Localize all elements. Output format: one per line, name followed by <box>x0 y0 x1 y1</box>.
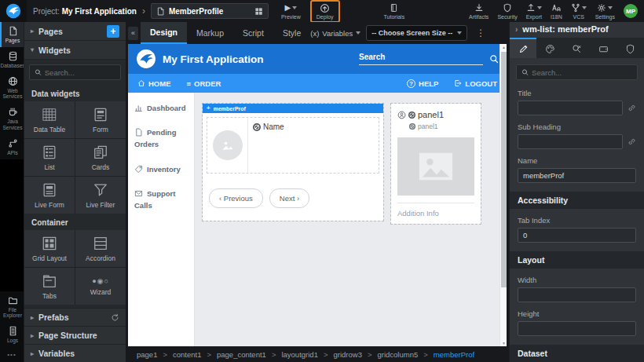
widget-tile-tabs[interactable]: Tabs <box>24 268 75 305</box>
rail-item-java-services[interactable]: Java Services <box>0 103 24 134</box>
breadcrumb-item[interactable]: gridrow3 <box>318 350 362 359</box>
prefabs-section-header[interactable]: ▸ Prefabs <box>24 308 126 326</box>
properties-search[interactable] <box>516 64 638 80</box>
rail-item-web-services[interactable]: Web Services <box>0 72 24 104</box>
image-placeholder[interactable] <box>213 130 243 160</box>
widget-tile-live-filter[interactable]: Live Filter <box>75 177 126 214</box>
list-item-template[interactable]: Name <box>207 117 379 174</box>
tab-design[interactable]: Design <box>141 22 187 44</box>
tabindex-input[interactable] <box>518 228 636 243</box>
collapse-left-panel-button[interactable]: « <box>128 27 138 40</box>
section-accessibility[interactable]: Accessibility <box>510 192 644 209</box>
settings-button[interactable]: Settings <box>595 3 615 20</box>
app-search-input[interactable]: Search <box>359 53 483 65</box>
panel-widget-panel1[interactable]: panel1 panel1 Addition Info <box>391 104 481 224</box>
design-canvas[interactable]: My First Application Search HOME ≡ ORDER… <box>128 44 507 346</box>
widget-search[interactable] <box>29 64 121 80</box>
widget-search-input[interactable] <box>45 68 115 77</box>
nav-logout[interactable]: LOGOUT <box>454 79 497 88</box>
widget-tile-wizard[interactable]: ●◉○ Wizard <box>75 268 126 305</box>
widgets-section-header[interactable]: ▾ Widgets <box>24 41 126 60</box>
list-item-name[interactable]: Name <box>248 118 379 173</box>
nav-home[interactable]: HOME <box>137 79 171 88</box>
section-dataset[interactable]: Dataset <box>510 345 644 362</box>
canvas-scrollbar[interactable]: ▲ ▼ <box>499 44 507 346</box>
tab-events[interactable] <box>563 38 590 58</box>
breadcrumb-item[interactable]: content1 <box>157 350 201 359</box>
tab-security[interactable] <box>617 38 644 58</box>
rail-item-logs[interactable]: Logs <box>0 322 24 347</box>
rail-item-apis[interactable]: APIs <box>0 134 24 159</box>
tab-markup[interactable]: Markup <box>187 22 233 44</box>
title-input[interactable] <box>518 101 623 115</box>
breadcrumb-item[interactable]: page1 <box>137 350 157 359</box>
grid-icon[interactable] <box>254 7 263 16</box>
height-input[interactable] <box>518 321 636 336</box>
subheading-input[interactable] <box>518 134 623 149</box>
page-selector[interactable]: MemberProfile <box>151 3 269 19</box>
tutorials-button[interactable]: Tutorials <box>384 3 405 20</box>
search-icon[interactable] <box>489 54 499 64</box>
variables-dropdown[interactable]: (x) Variables <box>310 29 360 38</box>
rail-item-databases[interactable]: Databases <box>0 47 24 72</box>
widget-tile-accordion[interactable]: Accordion <box>75 230 126 267</box>
rail-overflow-dots[interactable]: ••• <box>0 347 24 362</box>
tab-styles[interactable] <box>536 38 563 58</box>
panel-subtitle-row[interactable]: panel1 <box>409 122 474 130</box>
export-button[interactable]: Export <box>526 3 542 20</box>
sidebar-item-support-calls[interactable]: Support Calls <box>134 188 188 211</box>
tab-device[interactable] <box>591 38 617 58</box>
rail-item-pages[interactable]: Pages <box>0 22 24 47</box>
sidebar-item-inventory[interactable]: Inventory <box>134 163 188 175</box>
width-input[interactable] <box>518 287 636 302</box>
scroll-up-arrow[interactable]: ▲ <box>500 45 507 49</box>
move-icon[interactable]: + <box>207 105 210 112</box>
i18n-button[interactable]: I18N <box>551 3 562 20</box>
wavemaker-logo[interactable] <box>0 0 27 22</box>
previous-button[interactable]: ‹ Previous <box>209 188 263 208</box>
preview-button[interactable]: ▶ Preview <box>281 3 301 20</box>
tab-properties[interactable] <box>510 38 536 58</box>
nav-order[interactable]: ≡ ORDER <box>187 79 221 88</box>
pages-section-header[interactable]: ▸ Pages + <box>24 22 126 41</box>
nav-help[interactable]: ? HELP <box>407 79 438 88</box>
widget-tile-cards[interactable]: Cards <box>75 139 126 176</box>
bind-link-icon[interactable] <box>628 104 636 112</box>
sidebar-item-dashboard[interactable]: Dashboard <box>134 102 188 114</box>
widget-tile-data-table[interactable]: Data Table <box>24 101 75 138</box>
variables-section-header[interactable]: ▸ Variables <box>24 344 126 362</box>
artifacts-button[interactable]: Artifacts <box>469 3 488 20</box>
more-options-button[interactable]: ⋮ <box>476 27 485 38</box>
list-widget-header[interactable]: + memberProf <box>203 104 383 113</box>
panel-footer[interactable]: Addition Info <box>397 203 474 221</box>
refresh-icon[interactable] <box>111 313 119 322</box>
add-page-button[interactable]: + <box>107 25 119 38</box>
breadcrumb-item[interactable]: layoutgrid1 <box>266 350 318 359</box>
bind-link-icon[interactable] <box>628 137 636 146</box>
list-item-image-cell[interactable] <box>207 118 248 173</box>
widget-tile-list[interactable]: List <box>24 139 75 176</box>
panel-image-placeholder[interactable] <box>397 137 474 196</box>
user-avatar[interactable]: MP <box>624 4 638 18</box>
widget-tile-grid-layout[interactable]: Grid Layout <box>24 230 75 267</box>
security-button[interactable]: Security <box>497 3 517 20</box>
widget-tile-form[interactable]: Form <box>75 101 126 138</box>
section-layout[interactable]: Layout <box>510 251 644 269</box>
scroll-down-arrow[interactable]: ▼ <box>500 341 507 346</box>
rail-item-file-explorer[interactable]: File Explorer <box>0 291 24 323</box>
name-input[interactable] <box>518 168 636 183</box>
vcs-button[interactable]: VCS <box>571 3 587 20</box>
page-structure-section-header[interactable]: ▸ Page Structure <box>24 326 126 344</box>
tab-script[interactable]: Script <box>233 22 273 44</box>
tab-style[interactable]: Style <box>273 22 310 44</box>
properties-search-input[interactable] <box>532 68 632 77</box>
breadcrumb-item-active[interactable]: memberProf <box>418 350 474 359</box>
scrollbar-thumb[interactable] <box>501 52 507 287</box>
chevron-right-icon[interactable]: › <box>515 25 518 34</box>
breadcrumb-item[interactable]: gridcolumn5 <box>362 350 418 359</box>
next-button[interactable]: Next › <box>269 188 309 208</box>
list-widget-memberprof[interactable]: + memberProf <box>203 104 383 221</box>
breadcrumb-item[interactable]: page_content1 <box>201 350 265 359</box>
sidebar-item-pending-orders[interactable]: Pending Orders <box>134 126 188 150</box>
deploy-button[interactable]: Deploy <box>310 0 340 23</box>
